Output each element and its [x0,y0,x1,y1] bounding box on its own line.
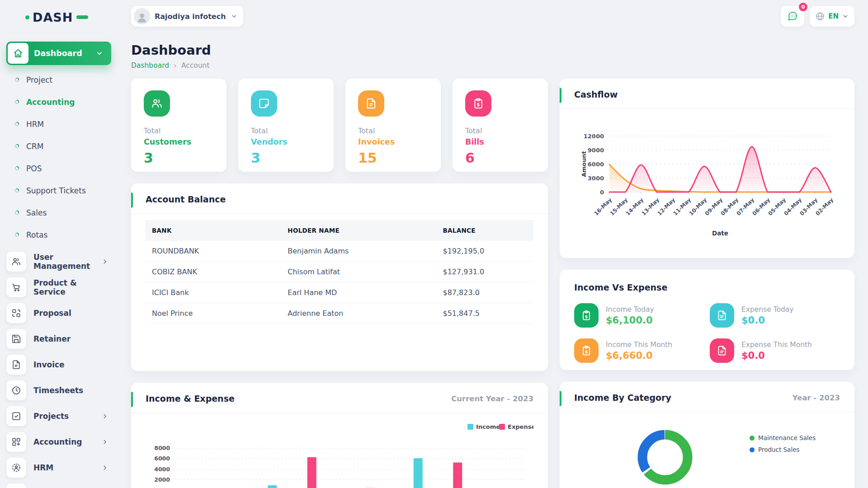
summary-item-expense-this-month: Expense This Month$0.0 [710,338,840,363]
period-label: Current Year - 2023 [451,394,533,403]
table-cell: Benjamin Adams [281,241,436,262]
sidebar-item-pos[interactable]: POS [0,157,118,179]
sidebar-item-invoice[interactable]: Invoice [0,352,118,377]
icon-tile [6,483,26,488]
card-title: Cashflow [574,89,618,99]
sidebar: DASH Dashboard ProjectAccountingHRMCRMPO… [0,0,118,488]
note-icon [251,90,277,117]
sidebar-sections: User ManagementProduct & ServiceProposal… [0,249,118,488]
stat-name: Vendors [251,137,321,146]
stat-card-customers[interactable]: TotalCustomers3 [131,79,226,172]
income-by-category-card: Income By Category Year - 2023 Maintenan… [560,382,854,488]
table-cell: ICICI Bank [146,282,281,303]
chevron-down-icon [842,13,849,20]
cart-icon [11,282,21,292]
table-cell: $127,931.0 [436,262,533,282]
bullet-ring-icon [14,232,19,237]
card-title: Income & Expense [146,394,235,404]
stat-total-label: Total [358,127,428,135]
stat-total-label: Total [251,127,321,135]
sidebar-item-crm[interactable]: CRM [0,480,118,488]
stat-name: Bills [465,137,535,146]
sidebar-item-label: Invoice [33,360,108,369]
users-icon [144,90,170,117]
sidebar-item-retainer[interactable]: Retainer [0,326,118,352]
income-by-category-donut-chart [631,423,699,488]
summary-item-income-today: $Income Today$6,100.0 [574,303,710,328]
users-icon [151,98,163,109]
language-selector[interactable]: EN [810,6,854,27]
table-row: Noel PrinceAdrienne Eaton$51,847.5 [146,303,533,324]
svg-text:6000: 6000 [154,455,170,462]
sidebar-item-hrm[interactable]: HRM [0,113,118,135]
sidebar-item-label: Retainer [33,334,108,343]
table-header-row: BANKHOLDER NAMEBALANCE [146,220,533,241]
brand-logo[interactable]: DASH [0,5,118,30]
icon-tile [6,277,26,297]
sidebar-item-label: Support Tickets [26,186,86,195]
sidebar-item-project[interactable]: Project [0,69,118,91]
period-label: Year - 2023 [793,394,840,402]
sidebar-item-label: Proposal [33,309,108,318]
svg-text:$: $ [585,350,588,354]
sidebar-item-sales[interactable]: Sales [0,202,118,224]
projects-icon [11,411,21,421]
globe-icon [815,11,825,21]
sidebar-item-hrm[interactable]: HRM [0,455,118,480]
column-header-bank: BANK [146,220,281,241]
breadcrumb-link-dashboard[interactable]: Dashboard [131,61,169,70]
stat-card-vendors[interactable]: TotalVendors3 [238,79,334,172]
sidebar-item-dashboard[interactable]: Dashboard [6,42,111,65]
table-cell: $51,847.5 [436,303,533,324]
sidebar-item-user-management[interactable]: User Management [0,249,118,274]
legend-dot-icon [750,447,755,452]
globe-icon [815,11,825,21]
account-balance-card: Account Balance BANKHOLDER NAMEBALANCERO… [131,183,548,371]
sidebar-item-timesheets[interactable]: Timesheets [0,377,118,403]
file-text-icon [717,310,727,321]
table-row: ROUNDBANKBenjamin Adams$192,195.0 [146,241,533,262]
svg-text:4000: 4000 [154,466,170,473]
home-icon [13,48,24,59]
clipboard-dollar-icon: $ [581,310,592,321]
chevron-right-icon [101,258,108,265]
chevron-down-icon [95,49,104,57]
sidebar-item-crm[interactable]: CRM [0,135,118,157]
stat-card-invoices[interactable]: TotalInvoices15 [345,79,441,172]
breadcrumb-current: Account [181,61,210,70]
workspace-switcher[interactable]: Rajodiya infotech [131,6,243,27]
sidebar-item-accounting[interactable]: Accounting [0,429,118,455]
table-cell: Noel Prince [146,303,281,324]
sidebar-item-support-tickets[interactable]: Support Tickets [0,179,118,202]
file-text-icon [710,303,734,328]
stat-value: 3 [144,150,214,166]
avatar-person-icon [135,11,149,24]
sidebar-item-rotas[interactable]: Rotas [0,224,118,246]
chevron-right-icon [101,438,108,446]
svg-text:8000: 8000 [154,445,170,451]
sidebar-item-product-service[interactable]: Product & Service [0,274,118,300]
notification-badge: 0 [799,3,807,11]
sidebar-item-accounting[interactable]: Accounting [0,91,118,113]
legend-label: Maintenance Sales [758,434,816,441]
chevron-right-icon [101,258,108,265]
column-header-balance: BALANCE [436,220,533,241]
svg-text:6000: 6000 [588,161,604,168]
stat-value: 15 [358,150,428,166]
messages-button[interactable]: 0 [781,6,804,27]
table-cell: Adrienne Eaton [281,303,436,324]
sidebar-item-proposal[interactable]: Proposal [0,300,118,326]
svg-text:02-May: 02-May [814,197,835,217]
page-title: Dashboard [131,42,854,58]
stat-value: 3 [251,150,321,166]
sidebar-item-projects[interactable]: Projects [0,403,118,429]
svg-text:Income: Income [476,423,500,430]
sidebar-item-label: HRM [33,463,94,472]
hrm-icon [11,463,21,473]
stat-card-bills[interactable]: $TotalBills6 [453,79,548,172]
clock-icon [11,385,21,395]
stat-total-label: Total [144,127,214,135]
svg-text:12000: 12000 [584,133,604,140]
legend-item-maintenance-sales: Maintenance Sales [750,434,816,441]
bullet-ring-icon [14,188,19,193]
